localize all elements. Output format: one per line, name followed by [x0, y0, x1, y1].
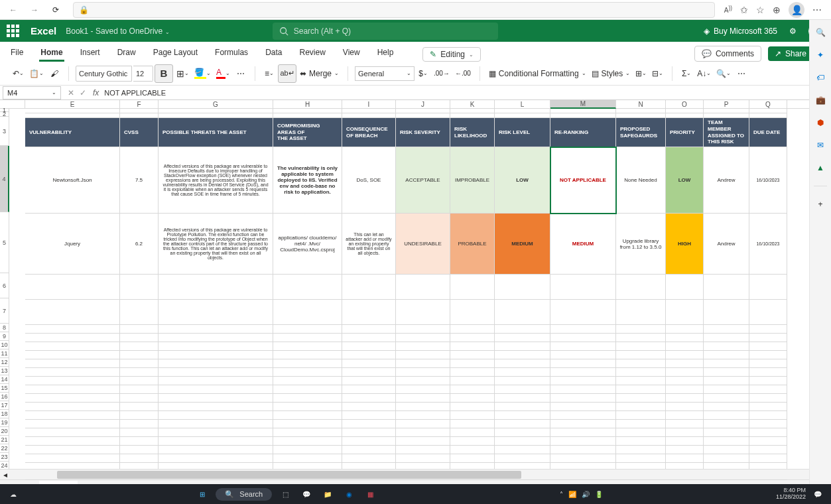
col-e[interactable]: E — [25, 100, 120, 109]
cell-j4[interactable]: ACCEPTABLE — [396, 147, 450, 214]
clock[interactable]: 8:40 PM 11/28/2022 — [776, 487, 806, 501]
cell-f4[interactable]: 7.5 — [120, 147, 159, 214]
search-rail-icon[interactable]: 🔍 — [816, 28, 826, 37]
url-bar[interactable]: 🔒 — [73, 2, 715, 18]
col-j[interactable]: J — [396, 100, 450, 109]
row-5[interactable]: 5 — [0, 212, 9, 273]
formula-input[interactable]: NOT APPLICABLE — [104, 89, 816, 97]
hdr-rerank[interactable]: RE-RANKING — [550, 118, 616, 147]
cell-e4[interactable]: Newtonsoft.Json — [25, 147, 120, 214]
format-painter-button[interactable]: 🖌 — [47, 65, 62, 82]
col-n[interactable]: N — [616, 100, 666, 109]
back-button[interactable]: ← — [5, 2, 21, 18]
col-i[interactable]: I — [342, 100, 396, 109]
fx-icon[interactable]: fx — [93, 88, 104, 97]
cell-p4[interactable]: Andrew — [704, 147, 749, 214]
hdr-areas[interactable]: COMPROMISING AREAS OF THE ASSET — [273, 118, 342, 147]
hdr-conseq[interactable]: CONSEQUENCE OF BREACH — [342, 118, 396, 147]
col-m[interactable]: M — [550, 100, 616, 109]
cell-n4[interactable]: None Needed — [616, 147, 666, 214]
insert-cells-button[interactable]: ⊞⌄ — [633, 65, 649, 82]
number-format-selector[interactable]: General⌄ — [355, 66, 415, 81]
cell-g5[interactable]: Affected versions of this package are vu… — [159, 214, 273, 275]
find-button[interactable]: 🔍⌄ — [714, 65, 733, 82]
cell-m4-selected[interactable]: NOT APPLICABLE — [550, 147, 616, 214]
task-view-icon[interactable]: ⬚ — [277, 486, 293, 502]
font-name-selector[interactable]: Century Gothic — [76, 66, 132, 82]
battery-icon[interactable]: 🔋 — [595, 491, 603, 498]
tab-page-layout[interactable]: Page Layout — [152, 44, 199, 62]
cell-e5[interactable]: Jquery — [25, 214, 120, 275]
document-name[interactable]: Book1 - Saved to OneDrive ⌄ — [66, 27, 169, 36]
office-icon[interactable]: ⬢ — [817, 118, 824, 127]
tab-review[interactable]: Review — [298, 44, 326, 62]
wifi-icon[interactable]: 📶 — [568, 491, 576, 498]
decrease-decimal-button[interactable]: ←.00 — [453, 65, 473, 82]
copilot-icon[interactable]: ✦ — [817, 50, 824, 60]
row-6[interactable]: 6 — [0, 273, 9, 298]
tray-chevron-icon[interactable]: ˄ — [560, 491, 563, 498]
profile-avatar[interactable]: 👤 — [789, 2, 804, 18]
search-input[interactable]: Search (Alt + Q) — [273, 23, 498, 40]
cell-n5[interactable]: Upgrade library from 1.12 to 3.5.0 — [616, 214, 666, 275]
accept-formula-icon[interactable]: ✓ — [80, 88, 86, 97]
col-k[interactable]: K — [450, 100, 495, 109]
outlook-icon[interactable]: ✉ — [817, 141, 824, 150]
app-icon[interactable]: ▦ — [362, 486, 378, 502]
hdr-threats[interactable]: POSSIBLE THREATS THE ASSET — [159, 118, 273, 147]
cell-l4[interactable]: LOW — [495, 147, 550, 214]
cell-k4[interactable]: IMPROBABLE — [450, 147, 495, 214]
col-h[interactable]: H — [273, 100, 342, 109]
borders-button[interactable]: ⊞⌄ — [174, 65, 191, 82]
tab-help[interactable]: Help — [376, 44, 395, 62]
volume-icon[interactable]: 🔊 — [582, 491, 590, 498]
hdr-safeguards[interactable]: PROPOSED SAFEGAURDS — [616, 118, 666, 147]
paste-button[interactable]: 📋⌄ — [27, 65, 46, 82]
hdr-likelihood[interactable]: RISK LIKELIHOOD — [450, 118, 495, 147]
settings-icon[interactable]: ⚙ — [789, 27, 797, 36]
col-p[interactable]: P — [704, 100, 749, 109]
col-g[interactable]: G — [159, 100, 273, 109]
start-button[interactable]: ⊞ — [194, 486, 210, 502]
tab-draw[interactable]: Draw — [116, 44, 137, 62]
tab-data[interactable]: Data — [264, 44, 283, 62]
increase-decimal-button[interactable]: .00→ — [432, 65, 452, 82]
undo-button[interactable]: ↶⌄ — [11, 65, 26, 82]
delete-cells-button[interactable]: ⊟⌄ — [650, 65, 665, 82]
fill-color-button[interactable]: 🪣⌄ — [192, 65, 213, 82]
hdr-vuln[interactable]: VULNERABILITY — [25, 118, 120, 147]
cancel-formula-icon[interactable]: ✕ — [68, 88, 74, 97]
cell-i5[interactable]: This can let an attacker add or modify a… — [342, 214, 396, 275]
briefcase-icon[interactable]: 💼 — [816, 95, 826, 105]
hdr-level[interactable]: RISK LEVEL — [495, 118, 550, 147]
cell-q5[interactable]: 16/10/2023 — [749, 214, 787, 275]
hdr-priority[interactable]: PRIORITY — [666, 118, 704, 147]
cell-q4[interactable]: 16/10/2023 — [749, 147, 787, 214]
wrap-text-button[interactable]: ab↵ — [278, 64, 296, 83]
row-2[interactable]: 2 — [0, 112, 9, 117]
more-icon[interactable]: ⋯ — [812, 5, 822, 15]
font-color-button[interactable]: A⌄ — [214, 65, 232, 82]
add-app-icon[interactable]: + — [818, 200, 822, 209]
cell-o4[interactable]: LOW — [666, 147, 704, 214]
cell-h5[interactable]: applications/ clouddemo/ net4/ .Mvc/ Clo… — [273, 214, 342, 275]
cell-m5[interactable]: MEDIUM — [550, 214, 616, 275]
favorites-icon[interactable]: ☆ — [756, 5, 765, 15]
notifications-icon[interactable]: 💬 — [810, 486, 826, 502]
more-toolbar-icon[interactable]: ⋯ — [734, 65, 749, 82]
tab-view[interactable]: View — [342, 44, 361, 62]
cell-h4[interactable]: The vulnerability is only applicable to … — [273, 147, 342, 214]
cell-p5[interactable]: Andrew — [704, 214, 749, 275]
currency-button[interactable]: $⌄ — [416, 65, 430, 82]
col-l[interactable]: L — [495, 100, 550, 109]
tab-insert[interactable]: Insert — [79, 44, 101, 62]
sort-filter-button[interactable]: A↓⌄ — [695, 65, 713, 82]
col-f[interactable]: F — [120, 100, 159, 109]
buy-m365-button[interactable]: ◈ Buy Microsoft 365 — [704, 27, 777, 36]
teams-icon[interactable]: ▲ — [816, 163, 824, 172]
tag-icon[interactable]: 🏷 — [816, 73, 824, 82]
hdr-severity[interactable]: RISK SEVERITY — [396, 118, 450, 147]
explorer-icon[interactable]: 📁 — [320, 486, 336, 502]
tab-file[interactable]: File — [9, 44, 25, 62]
hdr-member[interactable]: TEAM MEMBER ASSIGNED TO THIS RISK — [704, 118, 749, 147]
